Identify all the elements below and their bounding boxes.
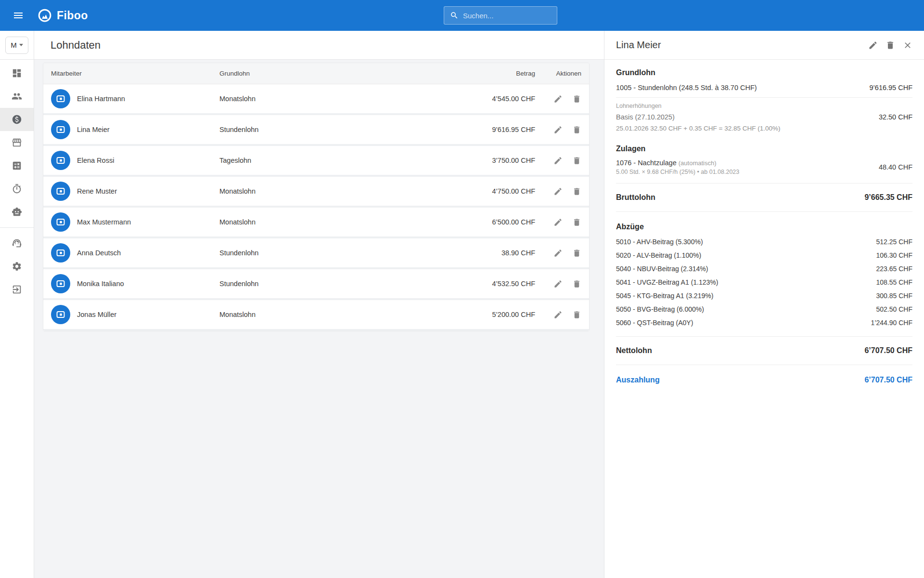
grundlohn-label: 1005 - Stundenlohn (248.5 Std. à 38.70 C… bbox=[616, 84, 757, 92]
chevron-down-icon bbox=[19, 44, 23, 46]
top-bar: Fiboo bbox=[0, 0, 924, 31]
deduction-value: 300.85 CHF bbox=[876, 292, 912, 300]
table-row[interactable]: Lina Meier Stundenlohn 9’616.95 CHF bbox=[43, 115, 589, 146]
delete-button[interactable] bbox=[572, 94, 581, 104]
wage-type: Monatslohn bbox=[219, 187, 449, 195]
wage-type: Stundenlohn bbox=[219, 249, 449, 257]
delete-button[interactable] bbox=[572, 310, 581, 319]
employee-avatar bbox=[51, 305, 70, 324]
edit-button[interactable] bbox=[553, 279, 563, 289]
wallet-avatar-icon bbox=[55, 278, 66, 289]
nettolohn-line: Nettolohn 6’707.50 CHF bbox=[616, 346, 912, 355]
sidebar-item-settings[interactable] bbox=[0, 255, 34, 278]
auszahlung-label: Auszahlung bbox=[616, 376, 660, 384]
deduction-value: 108.55 CHF bbox=[876, 278, 912, 286]
edit-button[interactable] bbox=[553, 218, 563, 227]
table-row[interactable]: Jonas Müller Monatslohn 5’200.00 CHF bbox=[43, 300, 589, 331]
divider bbox=[616, 97, 912, 98]
edit-button[interactable] bbox=[553, 249, 563, 258]
edit-button[interactable] bbox=[553, 125, 563, 134]
sidebar-item-logout[interactable] bbox=[0, 278, 34, 301]
deduction-value: 502.50 CHF bbox=[876, 305, 912, 313]
bruttolohn-line: Bruttolohn 9’665.35 CHF bbox=[616, 193, 912, 202]
robot-icon bbox=[12, 207, 22, 217]
deduction-value: 512.25 CHF bbox=[876, 238, 912, 246]
employee-name: Rene Muster bbox=[77, 187, 117, 195]
table-row[interactable]: Elina Hartmann Monatslohn 4’545.00 CHF bbox=[43, 84, 589, 115]
search-box bbox=[444, 6, 557, 25]
auszahlung-line[interactable]: Auszahlung 6’707.50 CHF bbox=[616, 376, 912, 384]
detail-title: Lina Meier bbox=[616, 39, 868, 51]
edit-pencil-icon bbox=[553, 310, 563, 319]
wallet-avatar-icon bbox=[55, 124, 66, 135]
sidebar-item-support[interactable] bbox=[0, 232, 34, 255]
delete-button[interactable] bbox=[572, 279, 581, 289]
delete-button[interactable] bbox=[572, 249, 581, 258]
divider bbox=[616, 365, 912, 365]
delete-button[interactable] bbox=[572, 125, 581, 134]
sidebar-item-dashboard[interactable] bbox=[0, 62, 34, 85]
wallet-avatar-icon bbox=[55, 216, 66, 228]
delete-trash-icon bbox=[572, 279, 581, 289]
deduction-label: 5060 - QST-Beitrag (A0Y) bbox=[616, 319, 693, 327]
edit-button[interactable] bbox=[553, 310, 563, 319]
sidebar-item-calculator[interactable] bbox=[0, 154, 34, 177]
sidebar-item-payroll[interactable] bbox=[0, 108, 34, 131]
edit-button[interactable] bbox=[553, 187, 563, 196]
menu-button[interactable] bbox=[11, 8, 26, 23]
edit-button[interactable] bbox=[553, 156, 563, 165]
table-row[interactable]: Max Mustermann Monatslohn 6’500.00 CHF bbox=[43, 208, 589, 238]
brand-name: Fiboo bbox=[57, 9, 88, 22]
employee-name: Elena Rossi bbox=[77, 157, 114, 164]
delete-button[interactable] bbox=[572, 156, 581, 165]
sidebar-item-store[interactable] bbox=[0, 131, 34, 154]
deduction-label: 5020 - ALV-Beitrag (1.100%) bbox=[616, 251, 701, 259]
table-row[interactable]: Rene Muster Monatslohn 4’750.00 CHF bbox=[43, 177, 589, 208]
grundlohn-line: 1005 - Stundenlohn (248.5 Std. à 38.70 C… bbox=[616, 84, 912, 92]
table-row[interactable]: Elena Rossi Tageslohn 3’750.00 CHF bbox=[43, 146, 589, 177]
wallet-avatar-icon bbox=[55, 93, 66, 105]
divider bbox=[616, 211, 912, 212]
wallet-avatar-icon bbox=[55, 155, 66, 166]
table-row[interactable]: Monika Italiano Stundenlohn 4’532.50 CHF bbox=[43, 269, 589, 300]
edit-pencil-icon bbox=[868, 40, 878, 50]
increases-heading: Lohnerhöhungen bbox=[616, 103, 912, 109]
workspace-selector[interactable]: M bbox=[5, 37, 28, 54]
search-input[interactable] bbox=[463, 12, 559, 20]
calculator-icon bbox=[12, 160, 22, 171]
delete-button[interactable] bbox=[572, 218, 581, 227]
detail-close-button[interactable] bbox=[903, 40, 912, 50]
column-grundlohn: Grundlohn bbox=[219, 70, 449, 77]
detail-panel-header: Lina Meier bbox=[604, 31, 924, 60]
nettolohn-value: 6’707.50 CHF bbox=[864, 346, 912, 355]
deduction-line: 5050 - BVG-Beitrag (6.000%) 502.50 CHF bbox=[616, 302, 912, 316]
sidebar-item-employees[interactable] bbox=[0, 85, 34, 108]
payroll-table: Mitarbeiter Grundlohn Betrag Aktionen bbox=[43, 63, 590, 331]
fiboo-logo-icon bbox=[38, 8, 52, 23]
table-row[interactable]: Anna Deutsch Stundenlohn 38.90 CHF bbox=[43, 238, 589, 269]
delete-button[interactable] bbox=[572, 187, 581, 196]
brand: Fiboo bbox=[38, 8, 88, 23]
grundlohn-value: 9’616.95 CHF bbox=[870, 84, 912, 92]
wallet-avatar-icon bbox=[55, 247, 66, 259]
sidebar-item-timer[interactable] bbox=[0, 177, 34, 200]
basis-line: Basis (27.10.2025) 32.50 CHF bbox=[616, 113, 912, 121]
wage-amount: 4’545.00 CHF bbox=[449, 95, 535, 103]
sidebar-item-automation[interactable] bbox=[0, 200, 34, 223]
timer-icon bbox=[12, 184, 22, 194]
deduction-value: 106.30 CHF bbox=[876, 251, 912, 259]
grundlohn-heading: Grundlohn bbox=[616, 68, 912, 77]
deduction-line: 5045 - KTG-Beitrag A1 (3.219%) 300.85 CH… bbox=[616, 289, 912, 302]
divider bbox=[616, 183, 912, 184]
wage-type: Monatslohn bbox=[219, 95, 449, 103]
wage-amount: 5’200.00 CHF bbox=[449, 311, 535, 318]
store-icon bbox=[12, 137, 22, 148]
delete-trash-icon bbox=[572, 249, 581, 258]
detail-edit-button[interactable] bbox=[868, 40, 878, 50]
edit-pencil-icon bbox=[553, 94, 563, 104]
employee-name: Max Mustermann bbox=[77, 218, 131, 226]
detail-delete-button[interactable] bbox=[886, 40, 895, 50]
zulage-label: 1076 - Nachtzulage bbox=[616, 159, 677, 167]
edit-pencil-icon bbox=[553, 218, 563, 227]
edit-button[interactable] bbox=[553, 94, 563, 104]
